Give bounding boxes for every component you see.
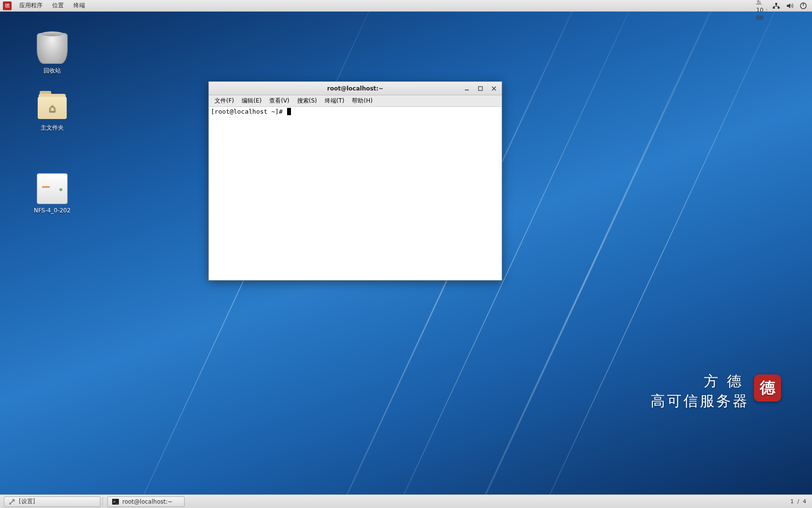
power-icon[interactable] — [799, 2, 807, 10]
svg-rect-1 — [773, 7, 775, 9]
folder-icon: ⌂ — [37, 90, 68, 121]
terminal-cursor — [287, 108, 291, 115]
desktop-icon-label: NFS-4_0-202 — [23, 207, 81, 214]
window-controls — [461, 82, 500, 95]
menu-file[interactable]: 文件(F) — [211, 95, 238, 106]
svg-rect-2 — [778, 7, 780, 9]
terminal-icon: >_ — [112, 498, 119, 506]
taskbar-item-terminal[interactable]: >_ root@localhost:~ — [107, 496, 185, 507]
desktop-icon-trash[interactable]: 回收站 — [23, 33, 81, 75]
taskbar-item-label: root@localhost:~ — [122, 498, 173, 505]
desktop-icon-label: 主文件夹 — [23, 124, 81, 132]
desktop-icon-nfs[interactable]: NFS-4_0-202 — [23, 173, 81, 214]
volume-icon[interactable] — [786, 2, 794, 10]
minimize-button[interactable] — [461, 84, 473, 93]
close-button[interactable] — [488, 84, 500, 93]
terminal-prompt: [root@localhost ~]# — [211, 108, 287, 115]
svg-text:>_: >_ — [113, 499, 118, 504]
top-panel-left: 德 应用程序 位置 终端 — [0, 0, 90, 11]
window-title: root@localhost:~ — [209, 85, 502, 92]
menu-applications[interactable]: 应用程序 — [14, 0, 47, 11]
svg-rect-6 — [478, 87, 482, 90]
drive-icon — [37, 173, 68, 204]
bottom-panel-right: 1 / 4 — [785, 498, 812, 505]
window-titlebar[interactable]: root@localhost:~ — [209, 82, 502, 95]
workspace-indicator[interactable]: 1 / 4 — [790, 498, 807, 505]
network-icon[interactable] — [772, 2, 780, 10]
top-panel-right: 星期五 10：00 — [759, 2, 812, 10]
watermark-line2: 高可信服务器 — [651, 391, 749, 411]
menu-help[interactable]: 帮助(H) — [348, 95, 376, 106]
menu-view[interactable]: 查看(V) — [265, 95, 293, 106]
menu-search[interactable]: 搜索(S) — [293, 95, 321, 106]
menu-terminal[interactable]: 终端(T) — [321, 95, 348, 106]
maximize-button[interactable] — [475, 84, 486, 93]
svg-point-9 — [9, 503, 11, 505]
desktop-watermark: 方 德 高可信服务器 德 — [651, 372, 749, 411]
taskbar-item-settings[interactable]: [设置] — [4, 496, 101, 507]
bottom-panel: [设置] >_ root@localhost:~ 1 / 4 — [0, 494, 812, 508]
desktop-icon-home[interactable]: ⌂ 主文件夹 — [23, 90, 81, 132]
desktop-icon-label: 回收站 — [23, 67, 81, 75]
watermark-logo-icon: 德 — [754, 374, 781, 402]
menu-places[interactable]: 位置 — [47, 0, 69, 11]
clock-text[interactable]: 星期五 10：00 — [759, 2, 767, 10]
top-panel: 德 应用程序 位置 终端 星期五 10：00 — [0, 0, 812, 12]
trash-icon — [37, 33, 68, 64]
terminal-menubar: 文件(F) 编辑(E) 查看(V) 搜索(S) 终端(T) 帮助(H) — [209, 95, 502, 107]
taskbar-item-label: [设置] — [19, 497, 35, 506]
menu-terminal[interactable]: 终端 — [69, 0, 90, 11]
terminal-body[interactable]: [root@localhost ~]# — [209, 107, 502, 280]
distro-logo-icon[interactable]: 德 — [3, 1, 12, 10]
watermark-line1: 方 德 — [704, 372, 749, 391]
settings-icon — [8, 498, 16, 506]
menu-edit[interactable]: 编辑(E) — [238, 95, 265, 106]
svg-rect-0 — [775, 3, 777, 5]
terminal-window: root@localhost:~ 文件(F) 编辑(E) 查看(V) 搜索(S)… — [208, 81, 502, 281]
